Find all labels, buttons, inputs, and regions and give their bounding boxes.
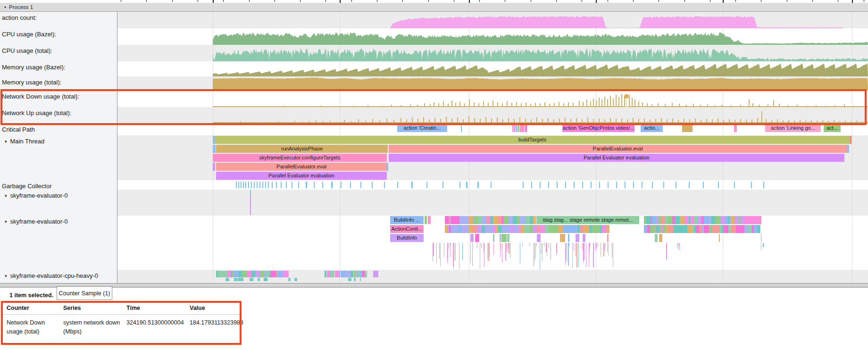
slice[interactable] bbox=[715, 216, 719, 224]
slice[interactable] bbox=[510, 225, 515, 233]
gc-tick[interactable] bbox=[608, 182, 609, 188]
track-ticks[interactable] bbox=[117, 180, 868, 190]
slice[interactable] bbox=[445, 216, 449, 224]
slice[interactable] bbox=[606, 225, 609, 233]
gc-tick[interactable] bbox=[314, 182, 315, 188]
slice[interactable]: Parallel Evaluator evaluation bbox=[389, 154, 844, 162]
gc-tick[interactable] bbox=[276, 182, 277, 188]
slice[interactable] bbox=[595, 225, 601, 233]
slice[interactable] bbox=[468, 225, 472, 233]
sidebar-track-label[interactable]: Garbage Collector bbox=[2, 183, 52, 190]
gc-tick[interactable] bbox=[751, 182, 752, 188]
gc-tick[interactable] bbox=[676, 182, 676, 188]
slice[interactable] bbox=[665, 216, 668, 224]
slice[interactable] bbox=[250, 195, 251, 215]
slice[interactable] bbox=[513, 216, 517, 224]
track-slices[interactable]: action 'Creatin...action 'GenObjcProtos … bbox=[117, 124, 868, 135]
slice[interactable] bbox=[529, 225, 533, 233]
slice[interactable] bbox=[288, 278, 291, 281]
slice[interactable] bbox=[500, 234, 501, 242]
sidebar-track-label[interactable]: Network Up usage (total): bbox=[2, 109, 71, 117]
collapse-arrow-icon[interactable]: ▾ bbox=[5, 219, 7, 224]
slice[interactable] bbox=[580, 225, 584, 233]
gc-tick[interactable] bbox=[565, 182, 566, 188]
slice[interactable] bbox=[558, 225, 563, 233]
slice[interactable] bbox=[725, 216, 728, 224]
slice[interactable] bbox=[584, 225, 589, 233]
slice[interactable] bbox=[537, 234, 541, 242]
slice[interactable] bbox=[684, 216, 689, 224]
slice[interactable] bbox=[475, 234, 479, 242]
slice[interactable] bbox=[734, 216, 739, 224]
slice[interactable] bbox=[525, 225, 529, 233]
slice[interactable] bbox=[354, 278, 356, 281]
slice[interactable] bbox=[501, 225, 506, 233]
slice[interactable] bbox=[539, 225, 542, 233]
gc-tick[interactable] bbox=[372, 182, 373, 188]
track-spikes[interactable] bbox=[117, 107, 868, 124]
track-counter[interactable] bbox=[117, 28, 868, 45]
gc-tick[interactable] bbox=[599, 182, 600, 188]
selected-sample-marker[interactable] bbox=[625, 94, 628, 98]
gc-tick[interactable] bbox=[411, 182, 413, 188]
slice[interactable] bbox=[731, 216, 734, 224]
slice[interactable] bbox=[498, 216, 502, 224]
slice[interactable] bbox=[548, 225, 553, 233]
gc-tick[interactable] bbox=[477, 182, 479, 188]
slice[interactable] bbox=[601, 225, 606, 233]
slice[interactable] bbox=[520, 225, 525, 233]
slice[interactable] bbox=[679, 225, 683, 233]
gc-tick[interactable] bbox=[272, 182, 273, 188]
gc-tick[interactable] bbox=[243, 182, 244, 188]
slice[interactable] bbox=[234, 271, 239, 277]
slice[interactable] bbox=[330, 271, 334, 277]
slice[interactable] bbox=[704, 216, 709, 224]
track-counter[interactable] bbox=[117, 61, 868, 76]
slice[interactable] bbox=[525, 124, 527, 132]
slice[interactable] bbox=[288, 271, 289, 277]
slice[interactable] bbox=[250, 190, 251, 195]
collapse-arrow-icon[interactable]: ▾ bbox=[5, 139, 7, 144]
slice[interactable] bbox=[607, 234, 608, 242]
slice[interactable] bbox=[335, 271, 339, 277]
slice[interactable] bbox=[260, 271, 264, 277]
slice[interactable] bbox=[847, 145, 849, 153]
slice[interactable]: action 'Linking go... bbox=[765, 124, 821, 132]
gc-tick[interactable] bbox=[523, 182, 524, 188]
slice[interactable] bbox=[652, 216, 657, 224]
slice[interactable] bbox=[515, 225, 519, 233]
gc-tick[interactable] bbox=[341, 182, 342, 188]
slice[interactable] bbox=[428, 216, 431, 224]
gc-tick[interactable] bbox=[245, 182, 246, 188]
slice[interactable] bbox=[327, 271, 330, 277]
gc-tick[interactable] bbox=[574, 182, 575, 188]
gc-tick[interactable] bbox=[262, 182, 263, 188]
slice[interactable] bbox=[341, 271, 346, 277]
slice[interactable] bbox=[493, 234, 494, 242]
slice[interactable] bbox=[475, 216, 478, 224]
track-dense[interactable]: BuildInfo ...stag.stag... stage remote s… bbox=[117, 216, 868, 270]
slice[interactable] bbox=[520, 124, 525, 132]
gc-tick[interactable] bbox=[238, 182, 239, 188]
track-dense[interactable] bbox=[117, 270, 868, 283]
gc-tick[interactable] bbox=[763, 182, 764, 188]
slice[interactable]: Parallel Evaluator evaluation bbox=[216, 172, 387, 180]
gc-tick[interactable] bbox=[591, 182, 592, 188]
gc-tick[interactable] bbox=[426, 182, 427, 188]
slice[interactable]: ActionConti... bbox=[390, 225, 424, 233]
slice[interactable] bbox=[659, 234, 662, 242]
slice[interactable] bbox=[234, 278, 237, 281]
track-slices[interactable] bbox=[117, 190, 868, 216]
slice[interactable] bbox=[545, 225, 548, 233]
slice[interactable] bbox=[661, 216, 665, 224]
gc-tick[interactable] bbox=[241, 182, 242, 188]
slice[interactable] bbox=[646, 216, 651, 224]
slice[interactable] bbox=[668, 225, 674, 233]
slice[interactable] bbox=[576, 234, 579, 242]
slice[interactable] bbox=[251, 271, 255, 277]
slice[interactable] bbox=[553, 225, 558, 233]
slice[interactable] bbox=[514, 124, 516, 132]
slice[interactable] bbox=[734, 124, 737, 132]
slice[interactable] bbox=[247, 271, 251, 277]
slice[interactable] bbox=[470, 234, 474, 242]
